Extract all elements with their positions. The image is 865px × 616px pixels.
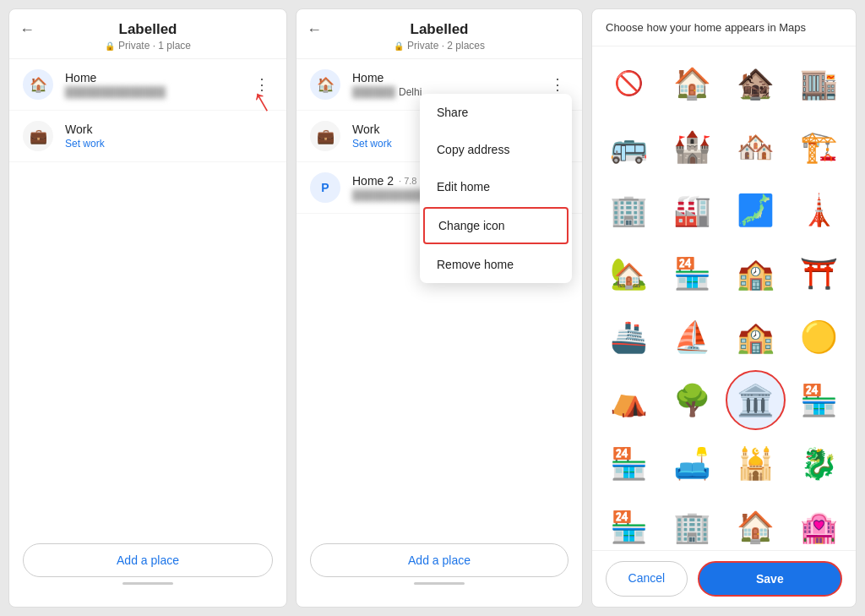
icon-cell-building[interactable]: 🏬 (789, 53, 849, 113)
icon-cell-ship[interactable]: 🚢 (599, 307, 659, 367)
right-panel-bottom: Cancel Save (592, 550, 856, 607)
left-panel-title: Labelled (119, 21, 177, 38)
list-item-work[interactable]: 💼 Work Set work (9, 111, 286, 162)
p-icon: P (310, 172, 340, 203)
icon-cell-cabin[interactable]: 🏡 (599, 243, 659, 303)
middle-home-icon: 🏠 (310, 69, 340, 100)
home-more-button[interactable]: ⋮ (251, 72, 273, 97)
icon-cell-tent[interactable]: ⛺ (599, 370, 659, 430)
menu-copy-address[interactable]: Copy address (420, 131, 572, 168)
icon-cell-school[interactable]: 🏫 (726, 243, 786, 303)
left-panel-subtitle: 🔒 Private · 1 place (105, 40, 191, 52)
middle-panel-title: Labelled (411, 21, 469, 38)
icon-cell-submarine[interactable]: 🟡 (789, 307, 849, 367)
icon-cell-dome[interactable]: 🕌 (726, 433, 786, 493)
home-name: Home (65, 71, 239, 84)
work-set-label[interactable]: Set work (65, 138, 273, 150)
icon-cell-house[interactable]: 🏠 (662, 53, 722, 113)
right-panel-header: Choose how your home appears in Maps (592, 9, 856, 46)
icon-cell-crane[interactable]: 🏗️ (789, 117, 849, 177)
left-panel: ← Labelled 🔒 Private · 1 place 🏠 Home ██… (8, 8, 287, 608)
home-icon: 🏠 (23, 69, 53, 100)
icon-cell-green2[interactable]: 🏢 (662, 497, 722, 550)
icon-cell-barn[interactable]: 🏚️ (726, 53, 786, 113)
icon-cell-pink[interactable]: 🏩 (789, 497, 849, 550)
right-panel: Choose how your home appears in Maps 🚫 🏠… (591, 8, 857, 608)
home-address: ██████████████ (65, 86, 239, 98)
middle-panel-subtitle: 🔒 Private · 2 places (394, 40, 485, 52)
icon-cell-tree[interactable]: 🌳 (662, 370, 722, 430)
icon-cell-igloo[interactable]: 🗾 (726, 180, 786, 240)
icon-cell-green1[interactable]: 🏪 (599, 497, 659, 550)
menu-remove-home[interactable]: Remove home (420, 246, 572, 283)
menu-change-icon[interactable]: Change icon (423, 207, 569, 244)
work-icon: 💼 (23, 121, 53, 151)
lock-icon: 🔒 (105, 41, 115, 51)
icon-cell-awning[interactable]: 🏪 (599, 433, 659, 493)
home2-name: Home 2 (352, 174, 394, 188)
lock-icon-middle: 🔒 (394, 41, 404, 51)
icon-cell-lighthouse[interactable]: 🗼 (789, 180, 849, 240)
add-place-button-middle[interactable]: Add a place (310, 543, 569, 577)
icon-cell-market[interactable]: 🏪 (789, 370, 849, 430)
work-name: Work (65, 123, 273, 136)
menu-share[interactable]: Share (420, 94, 572, 131)
icon-cell-shop[interactable]: 🏪 (662, 243, 722, 303)
bottom-line-left (122, 582, 173, 585)
menu-edit-home[interactable]: Edit home (420, 168, 572, 205)
add-place-button-left[interactable]: Add a place (23, 543, 273, 577)
icon-cell-castle[interactable]: 🏰 (662, 117, 722, 177)
context-menu: Share Copy address Edit home Change icon… (420, 94, 572, 283)
icon-cell-dragon[interactable]: 🐉 (789, 433, 849, 493)
icon-cell-pagoda[interactable]: ⛩️ (789, 243, 849, 303)
left-bottom: Add a place (9, 530, 286, 607)
middle-back-button[interactable]: ← (307, 21, 322, 39)
left-back-button[interactable]: ← (19, 21, 35, 39)
left-panel-header: ← Labelled 🔒 Private · 1 place (9, 9, 286, 59)
list-item-home[interactable]: 🏠 Home ██████████████ ⋮ (9, 59, 286, 111)
icon-cell-couch[interactable]: 🛋️ (662, 433, 722, 493)
icon-cell-office[interactable]: 🏢 (599, 180, 659, 240)
middle-panel-header: ← Labelled 🔒 Private · 2 places (296, 9, 582, 59)
icon-cell-sailboat[interactable]: ⛵ (662, 307, 722, 367)
icon-cell-houses[interactable]: 🏘️ (726, 117, 786, 177)
cancel-button[interactable]: Cancel (606, 561, 688, 597)
middle-home-name: Home (352, 71, 535, 84)
icon-cell-chimney[interactable]: 🏭 (662, 180, 722, 240)
icon-cell-grey[interactable]: 🏠 (726, 497, 786, 550)
icon-cell-none[interactable]: 🚫 (599, 53, 659, 113)
icon-cell-school2[interactable]: 🏫 (726, 307, 786, 367)
bottom-line-middle (414, 582, 465, 585)
icon-grid: 🚫 🏠 🏚️ 🏬 🚌 🏰 🏘️ 🏗️ 🏢 🏭 🗾 🗼 🏡 🏪 🏫 ⛩️ 🚢 ⛵ … (592, 46, 856, 550)
save-button[interactable]: Save (698, 561, 842, 597)
middle-panel: ← Labelled 🔒 Private · 2 places 🏠 Home █… (296, 8, 583, 608)
icon-cell-bus[interactable]: 🚌 (599, 117, 659, 177)
middle-bottom: Add a place (296, 530, 582, 607)
middle-work-icon: 💼 (310, 121, 340, 151)
icon-cell-selected[interactable]: 🏛️ (726, 370, 786, 430)
